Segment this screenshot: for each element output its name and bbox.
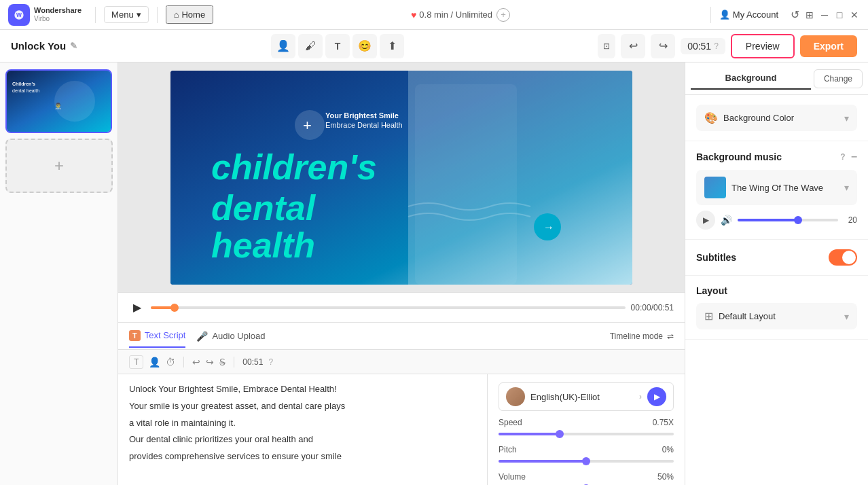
bg-color-row[interactable]: 🎨 Background Color ▾ [696,105,857,131]
text-script-icon: T [129,330,141,341]
tab-actions-bar: T 👤 ⏱ ↩ ↪ S̶ 00:51 ? [118,350,685,374]
topbar-center: ♥ 0.8 min / Unlimited + [219,8,702,22]
clock-icon[interactable]: ⏱ [166,357,175,367]
strikethrough-icon[interactable]: S̶ [219,357,225,367]
close-button[interactable]: ✕ [849,10,860,20]
change-button[interactable]: Change [814,69,863,88]
svg-text:+: + [303,117,312,134]
layout-icon: ⊞ [704,310,713,323]
scene-1-card[interactable]: 1 Children's dental health 👨‍⚕️ [5,69,112,133]
bg-color-section: 🎨 Background Color ▾ [685,95,868,141]
window-controls: ↺ ⊞ ─ □ ✕ [789,10,860,20]
help-icon[interactable]: ? [714,41,719,51]
music-controls: ▶ 🔊 20 [696,211,857,230]
playback-controls: ▶ 00:00/00:51 [118,292,685,322]
plus-icon: + [54,156,64,175]
script-line-3: a vital role in maintaining it. [129,416,476,431]
subtitle-display-toggle[interactable]: ⊡ [598,34,615,58]
volume-value: 50% [657,472,674,482]
logo: W Wondershare Virbo [8,4,82,26]
progress-thumb [170,304,179,312]
svg-text:Your Brightest Smile: Your Brightest Smile [325,111,399,120]
text-insert-icon[interactable]: T [129,355,143,369]
layout-selector[interactable]: ⊞ Default Layout ▾ [696,303,857,329]
edit-title-icon[interactable]: ✎ [70,41,77,51]
scene-1-thumbnail: Children's dental health 👨‍⚕️ [7,71,112,132]
default-layout-label: Default Layout [719,311,839,321]
pitch-value: 0% [662,445,674,454]
export-button[interactable]: Export [800,35,857,57]
voice-name: English(UK)-Elliot [530,392,634,402]
timeline-mode-icon[interactable]: ⇌ [667,331,674,341]
project-title-text: Unlock You [11,40,66,52]
bg-music-section: Background music ? − The Wing Of The Wav… [685,141,868,240]
menu-button[interactable]: Menu ▾ [104,6,149,23]
logo-text-group: Wondershare Virbo [34,6,82,23]
minimize-button[interactable]: ─ [819,10,830,20]
upload-tool[interactable]: ⬆ [380,34,404,58]
svg-text:children's: children's [211,147,377,187]
undo-window-icon[interactable]: ↺ [789,10,800,20]
pitch-slider[interactable] [499,460,674,463]
script-text-area[interactable]: Unlock Your Brightest Smile, Embrace Den… [118,374,488,485]
undo-button[interactable]: ↩ [621,34,645,58]
voice-selector[interactable]: English(UK)-Elliot › ▶ [499,382,674,411]
my-account-button[interactable]: 👤 My Account [719,10,778,20]
music-volume-slider[interactable] [738,219,838,221]
speed-slider[interactable] [499,433,674,435]
script-help-icon[interactable]: ? [268,357,273,367]
text-tool[interactable]: T [325,34,350,58]
tab-audio-upload[interactable]: 🎤 Audio Upload [196,325,265,347]
total-time: 00:51 [653,303,674,312]
text-script-label: Text Script [145,330,186,340]
brush-tool[interactable]: 🖌 [298,34,323,58]
bottom-panel: T Text Script 🎤 Audio Upload Timeline mo… [118,322,685,485]
progress-bar[interactable] [151,306,626,309]
music-collapse-icon[interactable]: − [851,151,857,163]
add-scene-button[interactable]: + [5,139,113,193]
tab-right: Timeline mode ⇌ [610,331,674,341]
music-track-selector[interactable]: The Wing Of The Wave ▾ [696,170,857,205]
time-display: 00:51 ? [681,38,725,54]
play-voice-button[interactable]: ▶ [647,387,666,406]
subtitles-label: Subtitles [696,252,736,263]
bg-color-label: Background Color [723,113,839,123]
time-label: 0.8 min / Unlimited [419,10,492,20]
music-volume-thumb [794,216,802,224]
emoji-tool[interactable]: 😊 [352,34,377,58]
tab-background[interactable]: Background [691,67,811,90]
logo-product: Virbo [34,15,82,23]
subtitles-toggle[interactable] [829,249,857,266]
music-help-icon[interactable]: ? [840,152,845,162]
heart-icon: ♥ [411,10,416,20]
music-play-button[interactable]: ▶ [696,211,715,230]
redo-text-icon[interactable]: ↪ [206,357,214,367]
speed-thumb [556,430,564,438]
volume-label: Volume [499,472,526,482]
script-time-display: 00:51 [242,357,263,367]
svg-text:dental: dental [211,188,317,228]
person-icon[interactable]: 👤 [149,357,160,367]
tab-text-script[interactable]: T Text Script [129,325,185,348]
pitch-label: Pitch [499,445,517,454]
avatar-tool[interactable]: 👤 [271,34,295,58]
scenes-panel: 1 Children's dental health 👨‍⚕️ [0,62,118,485]
grid-icon[interactable]: ⊞ [804,10,815,20]
add-time-button[interactable]: + [496,8,510,22]
undo-text-icon[interactable]: ↩ [192,357,200,367]
maximize-button[interactable]: □ [834,10,845,20]
home-button[interactable]: ⌂ Home [166,5,214,24]
speed-fill [499,433,560,435]
pitch-thumb [582,457,590,465]
preview-button[interactable]: Preview [731,34,795,58]
topbar-right: 👤 My Account [719,10,778,20]
audio-upload-icon: 🎤 [196,331,208,342]
speed-control: Speed 0.75X [499,418,674,438]
redo-button[interactable]: ↪ [651,34,675,58]
play-button[interactable]: ▶ [129,300,145,316]
topbar: W Wondershare Virbo Menu ▾ ⌂ Home ♥ 0.8 … [0,0,868,30]
account-icon: 👤 [719,10,730,20]
music-chevron-icon: ▾ [844,182,849,193]
canvas[interactable]: + Your Brightest Smile Embrace Dental He… [170,71,632,285]
speed-value: 0.75X [653,418,674,427]
